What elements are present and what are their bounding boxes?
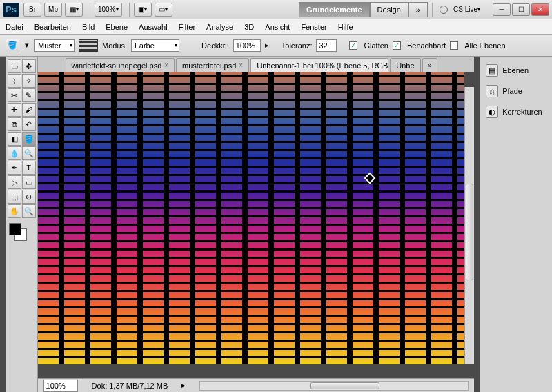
magic-wand-tool[interactable]: ✧: [22, 74, 36, 88]
canvas-pattern-v: [38, 72, 464, 364]
eraser-tool[interactable]: ◧: [8, 132, 21, 146]
opacity-input[interactable]: 100%: [233, 39, 261, 52]
healing-brush-tool[interactable]: ✚: [8, 103, 21, 117]
contiguous-label: Benachbart: [407, 41, 446, 50]
panel-ebenen[interactable]: ▤Ebenen: [484, 62, 548, 79]
opacity-label: Deckkr.:: [201, 41, 229, 50]
all-layers-checkbox[interactable]: [450, 41, 458, 50]
mode-select[interactable]: Farbe: [131, 39, 179, 52]
antialias-checkbox[interactable]: [349, 41, 357, 50]
document-tab-4[interactable]: Unbe: [390, 58, 420, 72]
workspace-more[interactable]: »: [408, 2, 428, 17]
collapsed-panel-mid[interactable]: [474, 57, 480, 392]
toolbox: ▭✥ ⌇✧ ✂✎ ✚🖌 ⧉↶ ◧🪣 💧🔍 ✒T ▷▭ ⬚⊙ ✋🔍: [6, 57, 38, 392]
menu-analyse[interactable]: Analyse: [206, 23, 233, 31]
tab-label: windeffekt-soundpegel.psd: [72, 61, 162, 70]
shape-tool[interactable]: ▭: [22, 175, 36, 189]
type-tool[interactable]: T: [22, 161, 36, 175]
menu-filter[interactable]: Filter: [179, 23, 195, 31]
all-layers-label: Alle Ebenen: [464, 41, 505, 50]
eyedropper-tool[interactable]: ✎: [22, 88, 36, 102]
camera-tool[interactable]: ⊙: [22, 190, 36, 204]
separator: ▾: [25, 41, 29, 50]
screen-mode-dropdown[interactable]: ▭: [155, 3, 172, 17]
editor-area: windeffekt-soundpegel.psd× musterdatei.p…: [38, 57, 474, 392]
minibridge-button[interactable]: Mb: [44, 3, 62, 17]
move-tool[interactable]: ✥: [22, 59, 36, 73]
minimize-button[interactable]: ─: [493, 3, 511, 16]
zoom-input[interactable]: 100%: [43, 380, 78, 392]
panel-label: Ebenen: [502, 66, 529, 75]
path-select-tool[interactable]: ▷: [8, 175, 21, 189]
separator: [432, 3, 433, 17]
menu-bild[interactable]: Bild: [82, 23, 95, 31]
workspace: ▭✥ ⌇✧ ✂✎ ✚🖌 ⧉↶ ◧🪣 💧🔍 ✒T ▷▭ ⬚⊙ ✋🔍 windeff…: [0, 57, 552, 392]
cslive-dropdown[interactable]: CS Live: [451, 3, 483, 17]
current-tool-icon[interactable]: 🪣: [6, 39, 19, 52]
cslive-icon: [440, 6, 448, 14]
layers-icon: ▤: [486, 64, 498, 77]
workspace-design[interactable]: Design: [370, 2, 408, 17]
pen-tool[interactable]: ✒: [8, 161, 21, 175]
horizontal-scrollbar[interactable]: [199, 381, 468, 391]
scrollbar-thumb[interactable]: [466, 184, 473, 280]
marquee-tool[interactable]: ▭: [8, 59, 21, 73]
fill-source-select[interactable]: Muster: [34, 39, 75, 52]
blur-tool[interactable]: 💧: [8, 146, 21, 160]
options-bar: 🪣 ▾ Muster Modus: Farbe Deckkr.: 100% ▸ …: [0, 35, 552, 57]
panel-korrekturen[interactable]: ◐Korrekturen: [484, 104, 548, 120]
contiguous-checkbox[interactable]: [393, 41, 401, 50]
tab-label: Unbe: [396, 61, 414, 70]
maximize-button[interactable]: ☐: [512, 3, 530, 16]
document-tabs: windeffekt-soundpegel.psd× musterdatei.p…: [38, 57, 474, 72]
close-button[interactable]: ✕: [531, 3, 549, 16]
bridge-button[interactable]: Br: [23, 3, 41, 17]
menu-ebene[interactable]: Ebene: [106, 23, 128, 31]
workspace-grundelemente[interactable]: Grundelemente: [299, 2, 370, 17]
document-tab-3[interactable]: Unbenannt-1 bei 100% (Ebene 5, RGB/8) *×: [250, 58, 388, 72]
clone-stamp-tool[interactable]: ⧉: [8, 117, 21, 131]
brush-tool[interactable]: 🖌: [22, 103, 36, 117]
lasso-tool[interactable]: ⌇: [8, 74, 21, 88]
dodge-tool[interactable]: 🔍: [22, 146, 36, 160]
canvas[interactable]: [38, 72, 464, 364]
opacity-flyout[interactable]: ▸: [265, 41, 269, 50]
menu-hilfe[interactable]: Hilfe: [338, 23, 353, 31]
tab-close-icon[interactable]: ×: [164, 61, 168, 69]
pattern-swatch[interactable]: [79, 39, 98, 52]
document-tab-2[interactable]: musterdatei.psd×: [176, 58, 249, 72]
scrollbar-thumb[interactable]: [310, 382, 379, 389]
foreground-color[interactable]: [9, 223, 21, 235]
collapsed-panel-left[interactable]: [0, 57, 6, 392]
separator: [129, 3, 130, 17]
panel-dock: ▤Ebenen ⎌Pfade ◐Korrekturen: [480, 57, 552, 392]
history-brush-tool[interactable]: ↶: [22, 117, 36, 131]
arrange-dropdown[interactable]: ▣: [134, 3, 152, 17]
window-controls: ─ ☐ ✕: [493, 3, 549, 16]
document-tab-1[interactable]: windeffekt-soundpegel.psd×: [66, 58, 175, 72]
zoom-tool[interactable]: 🔍: [22, 204, 36, 218]
paint-bucket-tool[interactable]: 🪣: [22, 132, 36, 146]
menu-3d[interactable]: 3D: [244, 23, 254, 31]
crop-tool[interactable]: ✂: [8, 88, 21, 102]
status-flyout[interactable]: ▸: [181, 381, 186, 390]
tolerance-input[interactable]: 32: [316, 39, 337, 52]
antialias-label: Glätten: [364, 41, 388, 50]
workspace-switcher: Grundelemente Design »: [299, 2, 428, 17]
tab-overflow[interactable]: »: [422, 58, 437, 72]
tab-close-icon[interactable]: ×: [239, 61, 243, 69]
vertical-scrollbar[interactable]: [464, 87, 474, 364]
menu-fenster[interactable]: Fenster: [301, 23, 326, 31]
panel-pfade[interactable]: ⎌Pfade: [484, 83, 548, 99]
menu-bearbeiten[interactable]: Bearbeiten: [34, 23, 71, 31]
menu-auswahl[interactable]: Auswahl: [139, 23, 168, 31]
zoom-dropdown[interactable]: 100%: [95, 3, 122, 17]
menu-ansicht[interactable]: Ansicht: [265, 23, 290, 31]
3d-tool[interactable]: ⬚: [8, 190, 21, 204]
tab-label: Unbenannt-1 bei 100% (Ebene 5, RGB/8) *: [257, 61, 388, 70]
view-extras-dropdown[interactable]: ▦: [65, 3, 83, 17]
menu-datei[interactable]: Datei: [6, 23, 23, 31]
menu-bar: Datei Bearbeiten Bild Ebene Auswahl Filt…: [0, 19, 552, 35]
paths-icon: ⎌: [486, 85, 498, 97]
hand-tool[interactable]: ✋: [8, 204, 21, 218]
